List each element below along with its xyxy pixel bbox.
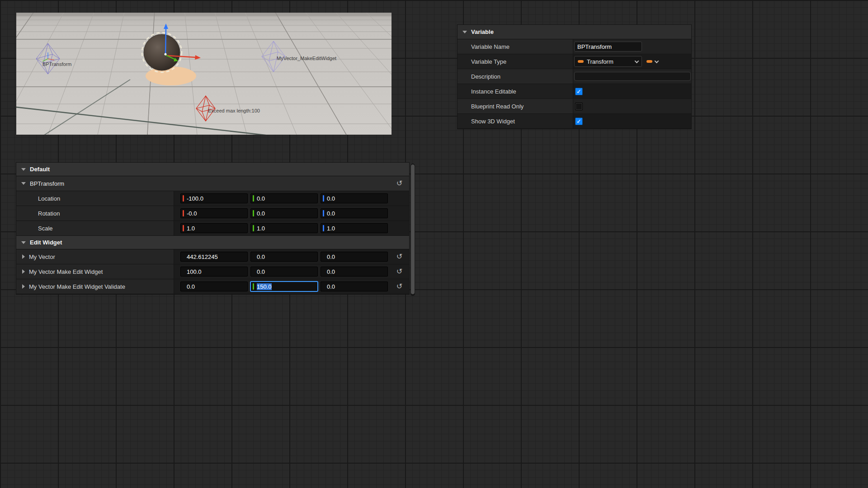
variable-type-dropdown[interactable]: Transform bbox=[574, 56, 642, 67]
variable-name-input[interactable] bbox=[574, 42, 642, 52]
chevron-down-icon bbox=[635, 59, 639, 63]
myvector-label: MyVector_MakeEditWidget bbox=[277, 56, 336, 61]
my-vector-row: My Vector 442.612245 0.0 0.0 ↺ bbox=[16, 249, 409, 264]
collapse-arrow-icon[interactable] bbox=[462, 31, 467, 33]
expand-arrow-icon[interactable] bbox=[22, 254, 25, 259]
instance-editable-label: Instance Editable bbox=[458, 84, 573, 99]
variable-section-title: Variable bbox=[471, 28, 494, 35]
show-3d-widget-checkbox[interactable] bbox=[575, 117, 583, 125]
my-vector-z-field[interactable]: 0.0 bbox=[321, 252, 388, 262]
category-title-default: Default bbox=[30, 166, 50, 173]
rotation-label: Rotation bbox=[16, 206, 174, 221]
collapse-arrow-icon[interactable] bbox=[21, 168, 26, 171]
my-vector-make-edit-widget-validate-x-field[interactable]: 0.0 bbox=[180, 282, 248, 291]
rotation-z-field[interactable]: 0.0 bbox=[321, 208, 388, 218]
location-y-field[interactable]: 0.0 bbox=[250, 193, 318, 203]
details-panel: Default BPTransform ↺ Location -100.0 0.… bbox=[16, 163, 409, 294]
exceed-length-label: Exceed max length:100 bbox=[208, 108, 260, 113]
viewport-horizon-band bbox=[16, 13, 392, 16]
chevron-down-icon bbox=[655, 59, 659, 63]
collapse-arrow-icon[interactable] bbox=[21, 182, 26, 185]
variable-details-panel: Variable Variable Name Variable Type Tra… bbox=[458, 25, 691, 129]
gizmo-z-arrow[interactable] bbox=[165, 28, 166, 54]
scale-row: Scale 1.0 1.0 1.0 bbox=[16, 221, 409, 236]
expand-arrow-icon[interactable] bbox=[22, 284, 25, 289]
reset-to-default-button[interactable]: ↺ bbox=[396, 180, 402, 187]
location-row: Location -100.0 0.0 0.0 bbox=[16, 191, 409, 206]
blueprint-read-only-label: Blueprint Read Only bbox=[458, 99, 573, 113]
my-vector-make-edit-widget-x-field[interactable]: 100.0 bbox=[180, 267, 248, 277]
blueprint-read-only-row: Blueprint Read Only bbox=[458, 99, 691, 114]
my-vector-make-edit-widget-z-field[interactable]: 0.0 bbox=[321, 267, 388, 277]
details-scrollbar-thumb[interactable] bbox=[411, 164, 415, 294]
location-x-field[interactable]: -100.0 bbox=[180, 193, 248, 203]
variable-section-header[interactable]: Variable bbox=[458, 25, 691, 39]
my-vector-x-field[interactable]: 442.612245 bbox=[180, 252, 248, 262]
variable-type-row: Variable Type Transform bbox=[458, 54, 691, 69]
selected-text: 150.0 bbox=[257, 283, 272, 290]
my-vector-y-field[interactable]: 0.0 bbox=[250, 252, 318, 262]
axis-y-indicator bbox=[253, 283, 254, 290]
location-label: Location bbox=[16, 191, 174, 206]
my-vector-make-edit-widget-validate-row: My Vector Make Edit Widget Validate 0.0 … bbox=[16, 279, 409, 294]
blueprint-read-only-checkbox[interactable] bbox=[575, 103, 583, 110]
reset-to-default-button[interactable]: ↺ bbox=[396, 253, 402, 260]
show-3d-widget-row: Show 3D Widget bbox=[458, 114, 691, 129]
transform-type-pill-icon bbox=[578, 60, 584, 63]
show-3d-widget-label: Show 3D Widget bbox=[458, 114, 573, 128]
instance-editable-row: Instance Editable bbox=[458, 84, 691, 99]
variable-name-row: Variable Name bbox=[458, 39, 691, 54]
reset-to-default-button[interactable]: ↺ bbox=[396, 283, 402, 290]
expand-arrow-icon[interactable] bbox=[22, 269, 25, 274]
instance-editable-checkbox[interactable] bbox=[575, 88, 583, 95]
sphere-widget[interactable] bbox=[144, 34, 180, 70]
details-scrollbar-track[interactable] bbox=[410, 164, 415, 296]
variable-type-value: Transform bbox=[587, 58, 632, 65]
bptransform-label: BPTransform bbox=[42, 61, 71, 67]
bptransform-property-row[interactable]: BPTransform ↺ bbox=[16, 176, 409, 191]
my-vector-make-edit-widget-validate-y-field[interactable]: 150.0 bbox=[250, 282, 318, 291]
my-vector-make-edit-widget-y-field[interactable]: 0.0 bbox=[250, 267, 318, 277]
rotation-y-field[interactable]: 0.0 bbox=[250, 208, 318, 218]
bptransform-property-label: BPTransform bbox=[30, 180, 64, 187]
scale-z-field[interactable]: 1.0 bbox=[321, 223, 388, 233]
sphere-shadow-blob bbox=[146, 66, 196, 85]
my-vector-make-edit-widget-row: My Vector Make Edit Widget 100.0 0.0 0.0… bbox=[16, 264, 409, 279]
description-row: Description bbox=[458, 69, 691, 84]
transform-type-pill-icon bbox=[646, 60, 652, 63]
category-header-default[interactable]: Default bbox=[16, 163, 409, 176]
scale-y-field[interactable]: 1.0 bbox=[250, 223, 318, 233]
my-vector-label: My Vector bbox=[29, 253, 55, 260]
my-vector-make-edit-widget-validate-label: My Vector Make Edit Widget Validate bbox=[29, 283, 125, 290]
gizmo-origin bbox=[165, 53, 167, 56]
axis-x-indicator bbox=[183, 225, 184, 231]
axis-y-indicator bbox=[253, 225, 254, 231]
axis-y-indicator bbox=[253, 195, 254, 202]
reset-to-default-button[interactable]: ↺ bbox=[396, 268, 402, 275]
container-type-dropdown[interactable] bbox=[646, 60, 659, 63]
axis-y-indicator bbox=[253, 210, 254, 216]
scale-x-field[interactable]: 1.0 bbox=[180, 223, 248, 233]
rotation-x-field[interactable]: -0.0 bbox=[180, 208, 248, 218]
my-vector-make-edit-widget-label: My Vector Make Edit Widget bbox=[29, 268, 103, 275]
axis-z-indicator bbox=[323, 210, 324, 216]
axis-z-indicator bbox=[323, 225, 324, 231]
my-vector-make-edit-widget-validate-z-field[interactable]: 0.0 bbox=[321, 282, 388, 291]
axis-x-indicator bbox=[183, 195, 184, 202]
variable-name-label: Variable Name bbox=[458, 39, 573, 54]
collapse-arrow-icon[interactable] bbox=[21, 241, 26, 244]
category-header-edit-widget[interactable]: Edit Widget bbox=[16, 236, 409, 249]
scale-label: Scale bbox=[16, 221, 174, 235]
description-input[interactable] bbox=[574, 72, 691, 81]
description-label: Description bbox=[458, 69, 573, 84]
category-title-edit-widget: Edit Widget bbox=[30, 239, 62, 246]
axis-x-indicator bbox=[183, 210, 184, 216]
viewport-3d[interactable]: BPTransform MyVector_MakeEditWidget Exce… bbox=[16, 13, 392, 135]
location-z-field[interactable]: 0.0 bbox=[321, 193, 388, 203]
rotation-row: Rotation -0.0 0.0 0.0 bbox=[16, 206, 409, 221]
variable-type-label: Variable Type bbox=[458, 54, 573, 69]
axis-z-indicator bbox=[323, 195, 324, 202]
